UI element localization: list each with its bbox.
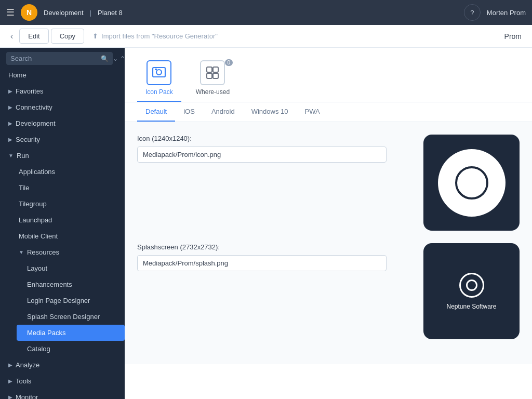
platform-tabs: Default iOS Android Windows 10 PWA xyxy=(125,102,532,122)
run-submenu: Applications Tile Tilegroup Launchpad Mo… xyxy=(0,164,125,357)
sidebar-item-favorites[interactable]: ▶ Favorites xyxy=(0,83,125,99)
collapse-all-icon[interactable]: ⌄ xyxy=(113,55,118,62)
tab-default[interactable]: Default xyxy=(137,102,175,122)
svg-rect-2 xyxy=(155,69,157,70)
tab-icon-icon-pack[interactable]: Icon Pack xyxy=(137,56,181,102)
sidebar-item-run[interactable]: ▼ Run xyxy=(0,148,125,164)
sidebar-item-applications[interactable]: Applications xyxy=(8,164,125,180)
svg-rect-0 xyxy=(153,68,165,77)
icon-pack-label: Icon Pack xyxy=(145,88,173,96)
splash-input[interactable] xyxy=(137,255,387,271)
search-box: 🔍 xyxy=(6,52,113,65)
icon-preview xyxy=(423,135,520,231)
sidebar-item-splash-screen-designer[interactable]: Splash Screen Designer xyxy=(17,309,125,325)
preview-inner-circle xyxy=(455,166,488,200)
icon-form-row: Icon (1240x1240): xyxy=(137,135,520,231)
sidebar-item-tools[interactable]: ▶ Tools xyxy=(0,373,125,389)
svg-rect-3 xyxy=(207,67,212,72)
icon-field-label: Icon (1240x1240): xyxy=(137,135,413,142)
icon-pack-icon xyxy=(147,60,171,85)
expand-all-icon[interactable]: ⌃ xyxy=(120,55,125,62)
splash-field-label: Splashscreen (2732x2732): xyxy=(137,243,413,251)
sidebar-item-enhancements[interactable]: Enhancements xyxy=(17,276,125,292)
tab-windows10[interactable]: Windows 10 xyxy=(243,102,297,122)
import-button[interactable]: ⬆ Import files from "Resource Generator" xyxy=(86,29,224,43)
sidebar-item-login-page-designer[interactable]: Login Page Designer xyxy=(17,292,125,309)
resources-submenu: Layout Enhancements Login Page Designer … xyxy=(8,260,125,357)
search-row: 🔍 ⌄ ⌃ xyxy=(0,48,125,67)
sidebar-item-catalog[interactable]: Catalog xyxy=(17,341,125,357)
form-area: Icon (1240x1240): Splashscreen (2732x273… xyxy=(125,122,532,364)
main-content: Icon Pack 0 Where-used xyxy=(125,48,532,399)
sidebar-item-media-packs[interactable]: Media Packs xyxy=(17,325,125,341)
sidebar-item-mobile-client[interactable]: Mobile Client xyxy=(8,228,125,244)
hamburger-icon[interactable]: ☰ xyxy=(6,7,15,18)
planet-label: Planet 8 xyxy=(98,9,123,17)
import-icon: ⬆ xyxy=(92,32,98,40)
topbar: ☰ N Development | Planet 8 ? Morten Prom xyxy=(0,0,532,25)
sidebar-item-connectivity[interactable]: ▶ Connectivity xyxy=(0,99,125,115)
content-panel: Icon Pack 0 Where-used xyxy=(125,48,532,399)
layout: 🔍 ⌄ ⌃ Home ▶ Favorites ▶ Connectivity ▶ … xyxy=(0,48,532,399)
sidebar-item-launchpad[interactable]: Launchpad xyxy=(8,212,125,228)
svg-point-1 xyxy=(156,70,162,75)
sidebar-item-development[interactable]: ▶ Development xyxy=(0,115,125,131)
sidebar-item-analyze[interactable]: ▶ Analyze xyxy=(0,357,125,373)
splash-preview-icon xyxy=(459,273,484,298)
back-button[interactable]: ‹ xyxy=(6,30,17,43)
splash-form-row: Splashscreen (2732x2732): Neptune Softwa… xyxy=(137,243,520,339)
splash-preview: Neptune Software xyxy=(423,243,520,339)
user-label: Morten Prom xyxy=(487,9,526,17)
tab-android[interactable]: Android xyxy=(203,102,243,122)
sidebar-item-security[interactable]: ▶ Security xyxy=(0,131,125,148)
sidebar-item-tilegroup[interactable]: Tilegroup xyxy=(8,196,125,212)
tab-icon-where-used[interactable]: 0 Where-used xyxy=(188,56,238,102)
record-title: Prom xyxy=(504,32,526,41)
sidebar-item-layout[interactable]: Layout xyxy=(17,260,125,276)
svg-rect-4 xyxy=(213,67,218,72)
app-logo: N xyxy=(21,4,37,21)
sidebar-item-monitor[interactable]: ▶ Monitor xyxy=(0,389,125,399)
search-icon: 🔍 xyxy=(101,55,109,62)
copy-button[interactable]: Copy xyxy=(51,29,84,44)
sidebar-item-resources[interactable]: ▼ Resources xyxy=(8,244,125,260)
svg-rect-6 xyxy=(213,73,218,78)
splash-preview-inner xyxy=(466,280,477,291)
splash-brand-label: Neptune Software xyxy=(446,303,496,310)
icon-input[interactable] xyxy=(137,147,387,163)
edit-button[interactable]: Edit xyxy=(19,29,48,44)
sidebar-item-tile[interactable]: Tile xyxy=(8,180,125,196)
tab-ios[interactable]: iOS xyxy=(175,102,203,122)
sidebar: 🔍 ⌄ ⌃ Home ▶ Favorites ▶ Connectivity ▶ … xyxy=(0,48,125,399)
where-used-icon xyxy=(200,60,225,85)
environment-label: Development xyxy=(44,9,84,17)
tab-pwa[interactable]: PWA xyxy=(297,102,328,122)
preview-outer-circle xyxy=(438,149,506,217)
tab-icons-row: Icon Pack 0 Where-used xyxy=(125,48,532,102)
sidebar-item-home[interactable]: Home xyxy=(0,67,125,83)
help-button[interactable]: ? xyxy=(464,4,481,21)
search-input[interactable] xyxy=(10,55,98,62)
where-used-badge: 0 xyxy=(225,59,233,66)
svg-rect-5 xyxy=(207,73,212,78)
where-used-label: Where-used xyxy=(196,88,230,96)
subheader: ‹ Edit Copy ⬆ Import files from "Resourc… xyxy=(0,25,532,48)
